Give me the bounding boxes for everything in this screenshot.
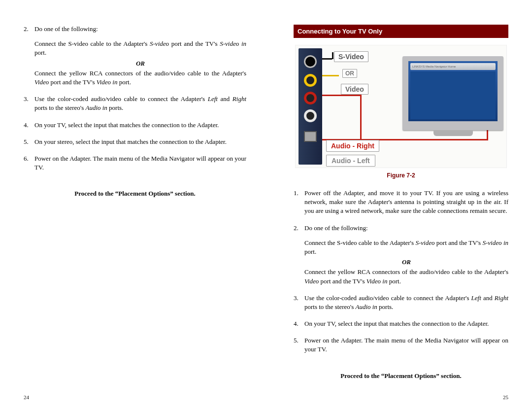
label-svideo: S-Video (334, 51, 368, 62)
step-body: Do one of the following: Connect the S-v… (34, 25, 246, 87)
tv-content-icon (410, 71, 496, 119)
step-2: 2. Do one of the following: Connect the … (294, 224, 508, 286)
step-4: 4. On your TV, select the input that mat… (24, 121, 246, 130)
step-2-option-b: Connect the yellow RCA connectors of the… (34, 69, 246, 87)
page-24: 2. Do one of the following: Connect the … (0, 0, 266, 411)
proceed-note: Proceed to the “Placement Options” secti… (24, 190, 246, 198)
step-5: 5. On your stereo, select the input that… (24, 137, 246, 146)
step-1: 1. Power off the Adapter, and move it to… (294, 189, 508, 216)
right-steps-list: 1. Power off the Adapter, and move it to… (294, 189, 508, 362)
wire-icon (332, 52, 333, 59)
audio-left-port-icon (304, 109, 317, 122)
figure-caption: Figure 7-2 (294, 172, 508, 179)
step-number: 5. (24, 137, 34, 146)
figure-illustration: S-Video OR Video Audio - Right Audio - L… (295, 45, 507, 168)
step-body: Use the color-coded audio/video cable to… (34, 95, 246, 112)
page-number: 24 (24, 394, 29, 400)
or-separator: OR (34, 59, 246, 68)
step-number: 2. (294, 224, 304, 286)
step-body: Power on the Adapter. The main menu of t… (304, 336, 508, 354)
step-2: 2. Do one of the following: Connect the … (24, 25, 246, 87)
page-number: 25 (503, 394, 508, 400)
label-or: OR (342, 69, 357, 78)
step-number: 6. (24, 154, 34, 172)
text: Do one of the following: (34, 25, 98, 33)
step-2-option-a: Connect the S-video cable to the Adapter… (304, 239, 508, 256)
wire-icon (322, 75, 339, 76)
step-3: 3. Use the color-coded audio/video cable… (294, 294, 508, 311)
step-5: 5. Power on the Adapter. The main menu o… (294, 336, 508, 354)
ethernet-port-icon (304, 131, 317, 142)
or-separator: OR (304, 258, 508, 267)
step-number: 1. (294, 189, 304, 216)
step-number: 4. (294, 319, 304, 328)
wire-icon (322, 58, 332, 60)
text: Do one of the following: (304, 224, 368, 232)
proceed-note: Proceed to the “Placement Options” secti… (294, 372, 508, 380)
step-6: 6. Power on the Adapter. The main menu o… (24, 154, 246, 172)
step-body: Use the color-coded audio/video cable to… (304, 294, 508, 311)
left-steps-list: 2. Do one of the following: Connect the … (24, 25, 246, 180)
label-audio-left: Audio - Left (326, 155, 375, 167)
tv-titlebar: LINKSYS Media Navigator Home (410, 63, 496, 70)
step-2-option-b: Connect the yellow RCA connectors of the… (304, 268, 508, 285)
wire-icon (360, 95, 362, 139)
step-body: On your TV, select the input that matche… (34, 121, 246, 130)
step-2-option-a: Connect the S-video cable to the Adapter… (34, 39, 246, 57)
step-body: Power off the Adapter, and move it to yo… (304, 189, 508, 216)
tv-screen-icon: LINKSYS Media Navigator Home (408, 61, 498, 121)
section-heading: Connecting to Your TV Only (294, 25, 508, 38)
wire-icon (360, 139, 488, 140)
step-3: 3. Use the color-coded audio/video cable… (24, 95, 246, 112)
label-video: Video (341, 84, 368, 95)
page-25: Connecting to Your TV Only S-Video OR Vi… (266, 0, 532, 411)
svideo-port-icon (304, 55, 317, 68)
figure-7-2: S-Video OR Video Audio - Right Audio - L… (294, 45, 508, 186)
step-number: 2. (24, 25, 34, 87)
step-body: Power on the Adapter. The main menu of t… (34, 154, 246, 172)
step-body: On your stereo, select the input that ma… (34, 137, 246, 146)
audio-right-port-icon (304, 92, 317, 104)
step-4: 4. On your TV, select the input that mat… (294, 319, 508, 328)
step-number: 3. (294, 294, 304, 311)
step-number: 3. (24, 95, 34, 112)
wire-icon (322, 95, 362, 96)
step-body: Do one of the following: Connect the S-v… (304, 224, 508, 286)
video-port-icon (304, 74, 317, 87)
adapter-panel-icon (299, 48, 322, 165)
step-body: On your TV, select the input that matche… (304, 319, 508, 328)
tv-icon: LINKSYS Media Navigator Home (402, 56, 503, 130)
step-number: 5. (294, 336, 304, 354)
label-audio-right: Audio - Right (326, 140, 379, 152)
step-number: 4. (24, 121, 34, 130)
